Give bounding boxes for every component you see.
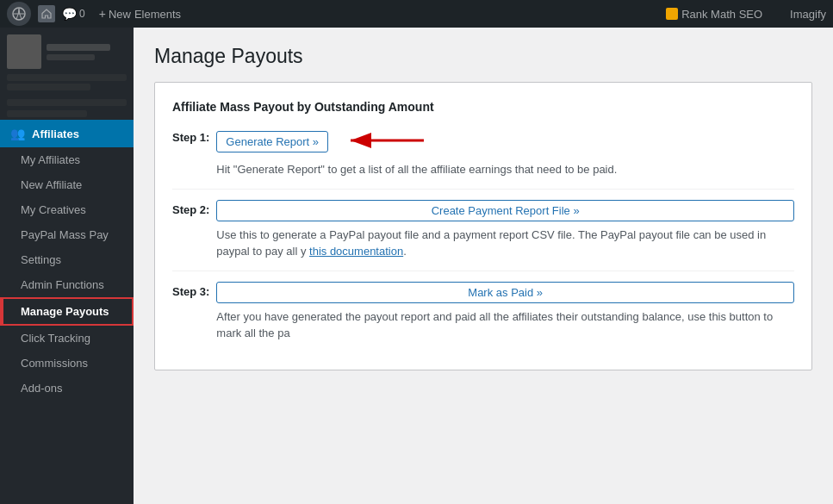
generate-report-button[interactable]: Generate Report »: [216, 131, 328, 152]
step-1-description: Hit "Generate Report" to get a list of a…: [216, 161, 617, 178]
sidebar-item-add-ons[interactable]: Add-ons: [0, 376, 134, 401]
new-button[interactable]: + New: [99, 7, 131, 21]
step-2-content: Create Payment Report File » Use this to…: [216, 200, 794, 260]
mark-as-paid-button[interactable]: Mark as Paid »: [216, 282, 794, 303]
rank-math-item[interactable]: Rank Math SEO: [666, 8, 762, 21]
sidebar-blur-4: [7, 110, 87, 117]
avatar: [7, 34, 41, 69]
comment-icon: 💬: [62, 7, 77, 21]
step-1-row: Step 1: Generate Report »: [172, 128, 794, 178]
step-2-row: Step 2: Create Payment Report File » Use…: [172, 200, 794, 260]
step-3-description: After you have generated the payout repo…: [216, 308, 794, 342]
generate-row: Generate Report »: [216, 128, 617, 156]
sidebar-item-settings[interactable]: Settings: [0, 247, 134, 272]
main-content: Manage Payouts Affiliate Mass Payout by …: [134, 28, 833, 504]
imagify-label[interactable]: Imagify: [790, 8, 826, 21]
sidebar-item-my-affiliates[interactable]: My Affiliates: [0, 147, 134, 172]
rank-math-label: Rank Math SEO: [681, 8, 762, 21]
avatar-role-blur: [47, 54, 95, 60]
step-divider-1: [172, 189, 794, 190]
sidebar: 👥 Affiliates My Affiliates New Affiliate…: [0, 28, 134, 504]
affiliates-header[interactable]: 👥 Affiliates: [0, 120, 134, 147]
step-1-label: Step 1:: [172, 128, 209, 144]
admin-bar: 💬 0 + New Elements Rank Math SEO Imagify: [0, 0, 833, 28]
this-documentation-link[interactable]: this documentation: [309, 245, 403, 258]
page-title: Manage Payouts: [154, 45, 812, 68]
sidebar-item-my-creatives[interactable]: My Creatives: [0, 197, 134, 222]
avatar-name-blur: [47, 44, 110, 51]
sidebar-item-paypal-mass-pay[interactable]: PayPal Mass Pay: [0, 222, 134, 247]
create-payment-report-button[interactable]: Create Payment Report File »: [216, 200, 794, 221]
red-arrow-annotation: [342, 128, 428, 156]
step-3-content: Mark as Paid » After you have generated …: [216, 282, 794, 342]
sidebar-nav: My Affiliates New Affiliate My Creatives…: [0, 147, 134, 401]
affiliates-label: Affiliates: [32, 128, 79, 140]
sidebar-item-manage-payouts[interactable]: Manage Payouts: [0, 297, 134, 326]
step-1-content: Generate Report »: [216, 128, 617, 178]
sidebar-profile-area: [0, 28, 134, 94]
main-layout: 👥 Affiliates My Affiliates New Affiliate…: [0, 28, 833, 504]
card-title: Affiliate Mass Payout by Outstanding Amo…: [172, 100, 794, 114]
comment-count: 0: [79, 8, 85, 20]
rank-math-icon: [666, 8, 678, 20]
sidebar-blur-2: [7, 84, 90, 90]
admin-bar-left: 💬 0 + New Elements: [7, 2, 181, 26]
sidebar-item-admin-functions[interactable]: Admin Functions: [0, 272, 134, 297]
plus-icon: +: [99, 7, 106, 21]
step-2-label: Step 2:: [172, 200, 209, 216]
home-icon[interactable]: [38, 5, 55, 22]
step-2-description: Use this to generate a PayPal payout fil…: [216, 227, 794, 260]
sidebar-item-click-tracking[interactable]: Click Tracking: [0, 326, 134, 351]
comment-bubble[interactable]: 💬 0: [62, 7, 85, 21]
payout-card: Affiliate Mass Payout by Outstanding Amo…: [154, 82, 812, 370]
step-divider-2: [172, 271, 794, 271]
wp-logo-icon[interactable]: [7, 2, 31, 26]
new-label: New: [109, 8, 131, 21]
step-3-label: Step 3:: [172, 282, 209, 298]
sidebar-item-new-affiliate[interactable]: New Affiliate: [0, 172, 134, 197]
affiliates-icon: 👥: [10, 127, 25, 140]
step-3-row: Step 3: Mark as Paid » After you have ge…: [172, 282, 794, 342]
sidebar-blur-3: [7, 99, 127, 106]
sidebar-blur-1: [7, 74, 127, 81]
elements-label[interactable]: Elements: [134, 8, 181, 21]
sidebar-item-commissions[interactable]: Commissions: [0, 351, 134, 376]
